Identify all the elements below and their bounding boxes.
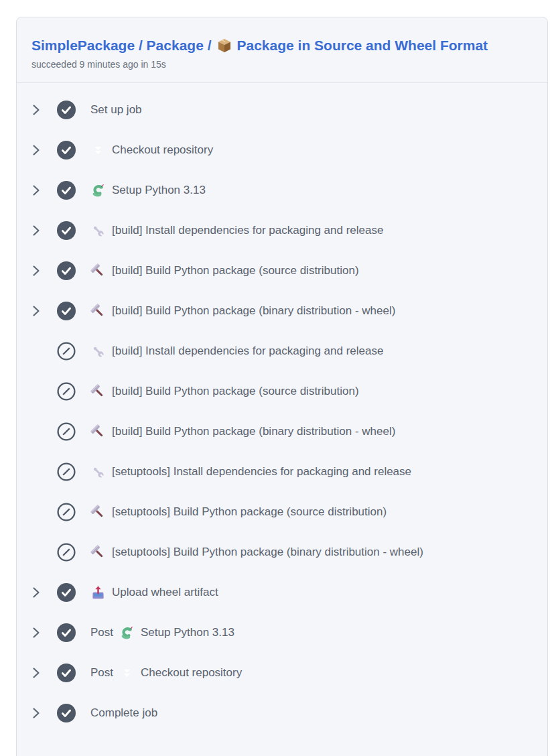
step-icon-slot [119, 666, 135, 681]
step-icon-slot [90, 223, 106, 239]
step-icon-slot [90, 304, 106, 319]
expand-chevron-icon[interactable] [31, 667, 41, 679]
job-status-line: succeeded 9 minutes ago in 15s [31, 59, 533, 70]
step-row[interactable]: [build] Build Python package (source dis… [17, 251, 547, 291]
step-icon-slot [90, 143, 106, 158]
step-icon-slot [90, 545, 106, 560]
step-row: [setuptools] Build Python package (binar… [17, 532, 547, 572]
step-row[interactable]: Complete job [17, 693, 547, 733]
expand-chevron-icon[interactable] [31, 586, 41, 598]
skipped-icon [57, 543, 76, 562]
wrench-icon [90, 464, 106, 480]
skipped-icon [57, 382, 76, 401]
success-check-icon [57, 261, 76, 280]
expand-chevron-icon[interactable] [31, 265, 41, 277]
run-title[interactable]: Package in Source and Wheel Format [237, 37, 488, 54]
job-title: SimplePackage / Package / Package in Sou… [31, 37, 533, 54]
hammer-icon [90, 304, 106, 319]
step-row[interactable]: [build] Install dependencies for packagi… [17, 210, 547, 251]
step-row[interactable]: Checkout repository [17, 130, 547, 170]
step-prefix: Post [90, 666, 113, 680]
step-icon-slot [90, 263, 106, 279]
job-run-card: SimplePackage / Package / Package in Sou… [16, 17, 548, 756]
success-check-icon [57, 704, 76, 722]
breadcrumb[interactable]: SimplePackage / Package / [31, 37, 212, 54]
steps-list: Set up job [17, 83, 547, 733]
expand-chevron-icon[interactable] [31, 305, 41, 317]
step-row[interactable]: Post Checkout repository [17, 653, 547, 693]
step-label: [setuptools] Build Python package (sourc… [112, 505, 387, 519]
step-icon-slot [90, 183, 106, 198]
snake-icon [90, 183, 106, 198]
step-row: [build] Install dependencies for packagi… [17, 331, 547, 371]
step-label: Checkout repository [141, 666, 242, 680]
step-label: [build] Build Python package (source dis… [112, 264, 359, 277]
step-row[interactable]: Upload wheel artifact [17, 572, 547, 613]
wrench-icon [90, 223, 106, 239]
success-check-icon [57, 583, 76, 602]
upload-icon [90, 585, 106, 601]
hammer-icon [90, 545, 106, 560]
hammer-icon [90, 384, 106, 399]
success-check-icon [57, 101, 76, 119]
step-icon-slot [90, 505, 106, 520]
skipped-icon [57, 462, 76, 481]
expand-chevron-icon[interactable] [31, 144, 41, 156]
step-row[interactable]: Post Setup Python 3.13 [17, 613, 547, 653]
download-icon [119, 666, 135, 681]
step-label: [setuptools] Build Python package (binar… [112, 546, 423, 559]
step-label: Set up job [90, 103, 142, 117]
skipped-icon [57, 422, 76, 441]
step-row: [setuptools] Install dependencies for pa… [17, 452, 547, 492]
step-icon-slot [90, 424, 106, 440]
step-icon-slot [90, 344, 106, 359]
snake-icon [119, 625, 135, 641]
step-label: [setuptools] Install dependencies for pa… [112, 465, 411, 479]
step-row[interactable]: [build] Build Python package (binary dis… [17, 291, 547, 331]
success-check-icon [57, 664, 76, 682]
step-label: [build] Build Python package (binary dis… [112, 425, 395, 438]
success-check-icon [57, 181, 76, 200]
step-label: [build] Install dependencies for packagi… [112, 344, 383, 358]
expand-chevron-icon[interactable] [31, 225, 41, 237]
step-label: Upload wheel artifact [112, 586, 218, 599]
step-label: Setup Python 3.13 [141, 626, 234, 639]
success-check-icon [57, 221, 76, 240]
step-label: [build] Build Python package (binary dis… [112, 304, 395, 318]
skipped-icon [57, 503, 76, 521]
success-check-icon [57, 302, 76, 320]
job-header: SimplePackage / Package / Package in Sou… [17, 17, 547, 83]
step-label: [build] Install dependencies for packagi… [112, 224, 383, 237]
expand-chevron-icon[interactable] [31, 707, 41, 719]
expand-chevron-icon[interactable] [31, 184, 41, 196]
success-check-icon [57, 141, 76, 160]
hammer-icon [90, 424, 106, 440]
package-icon [216, 38, 232, 54]
step-label: [build] Build Python package (source dis… [112, 385, 359, 398]
step-prefix: Post [90, 626, 113, 639]
expand-chevron-icon[interactable] [31, 627, 41, 639]
step-row: [build] Build Python package (source dis… [17, 371, 547, 412]
expand-chevron-icon[interactable] [31, 104, 41, 116]
step-icon-slot [90, 585, 106, 601]
step-row[interactable]: Set up job [17, 90, 547, 130]
success-check-icon [57, 623, 76, 642]
step-icon-slot [119, 625, 135, 641]
skipped-icon [57, 342, 76, 361]
wrench-icon [90, 344, 106, 359]
step-row: [setuptools] Build Python package (sourc… [17, 492, 547, 532]
hammer-icon [90, 263, 106, 279]
step-row: [build] Build Python package (binary dis… [17, 412, 547, 452]
step-label: Setup Python 3.13 [112, 184, 206, 197]
step-row[interactable]: Setup Python 3.13 [17, 170, 547, 210]
step-icon-slot [90, 384, 106, 399]
step-label: Checkout repository [112, 143, 213, 157]
step-icon-slot [90, 464, 106, 480]
download-icon [90, 143, 106, 158]
step-label: Complete job [90, 706, 157, 720]
hammer-icon [90, 505, 106, 520]
